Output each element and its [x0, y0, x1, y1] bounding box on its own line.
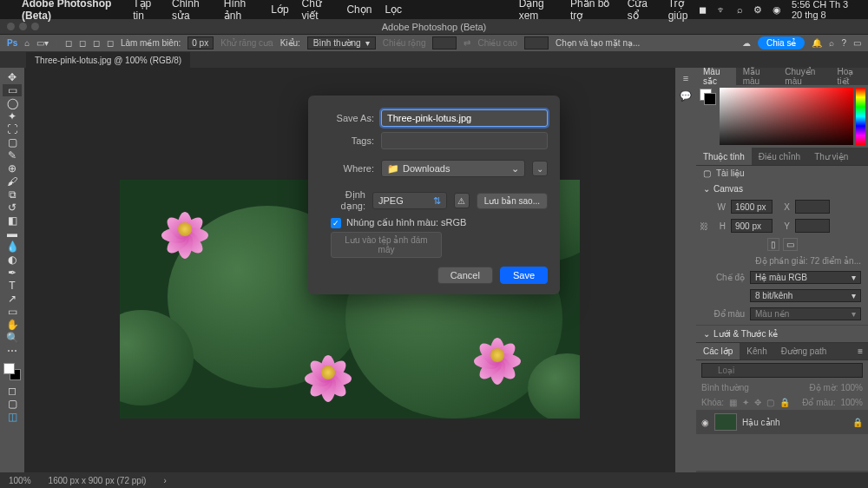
hand-tool[interactable]: ✋ — [3, 319, 22, 331]
frame-tool[interactable]: ▢ — [3, 136, 22, 148]
clock[interactable]: 5:56 CH Th 3 20 thg 8 — [792, 0, 859, 20]
height-input[interactable] — [731, 219, 773, 233]
pen-tool[interactable]: ✒ — [3, 267, 22, 279]
format-select[interactable]: JPEG⇅ — [372, 192, 447, 209]
landscape-icon[interactable]: ▭ — [783, 238, 798, 251]
chevron-down-icon[interactable]: ⌄ — [703, 184, 710, 194]
opacity-val[interactable]: 100% — [840, 383, 863, 392]
lock-pos-icon[interactable]: ✦ — [742, 398, 749, 407]
menu-file[interactable]: Tập tin — [133, 0, 159, 22]
extra-tool[interactable]: ◫ — [3, 411, 22, 423]
screenmode-tool[interactable]: ▢ — [3, 398, 22, 410]
tab-patterns[interactable]: Hoạ tiết — [831, 68, 868, 85]
link-icon[interactable]: ⛓ — [700, 221, 708, 231]
status-chevron-icon[interactable]: › — [163, 476, 166, 485]
gradient-tool[interactable]: ▬ — [3, 228, 22, 240]
save-copy-button[interactable]: Lưu bản sao... — [477, 193, 548, 209]
marquee-tool[interactable]: ▭ — [3, 84, 22, 96]
ps-logo-icon[interactable]: Ps — [7, 38, 17, 48]
stamp-tool[interactable]: ⧉ — [3, 188, 22, 201]
swap-icon[interactable]: ⇄ — [464, 38, 470, 48]
more-tool[interactable]: ⋯ — [3, 345, 22, 357]
panel-menu-icon[interactable]: ≡ — [852, 346, 868, 356]
menu-layer[interactable]: Lớp — [271, 3, 288, 16]
tags-input[interactable] — [381, 132, 548, 149]
traffic-min[interactable] — [19, 23, 27, 30]
history-icon[interactable]: ≡ — [683, 73, 688, 83]
menu-help[interactable]: Trợ giúp — [668, 0, 699, 22]
menu-image[interactable]: Hình ảnh — [224, 0, 258, 22]
tab-adjustments[interactable]: Điều chỉnh — [752, 148, 807, 165]
filename-input[interactable] — [381, 109, 548, 127]
document-tab[interactable]: Three-pink-lotus.jpg @ 100% (RGB/8) — [26, 52, 190, 68]
dodge-tool[interactable]: ◐ — [3, 254, 22, 266]
path-tool[interactable]: ↗ — [3, 293, 22, 305]
cancel-button[interactable]: Cancel — [437, 267, 493, 284]
heal-tool[interactable]: ⊕ — [3, 162, 22, 175]
color-field[interactable] — [720, 88, 853, 145]
home-icon[interactable]: ⌂ — [24, 38, 30, 48]
layer-thumbnail[interactable] — [714, 413, 737, 431]
history-brush-tool[interactable]: ↺ — [3, 201, 22, 214]
comment-icon[interactable]: 💬 — [680, 90, 692, 102]
portrait-icon[interactable]: ▯ — [767, 238, 779, 251]
zoom-tool[interactable]: 🔍 — [3, 332, 22, 344]
color-swatch[interactable] — [3, 363, 21, 380]
bell-icon[interactable]: 🔔 — [812, 38, 822, 48]
menu-edit[interactable]: Chỉnh sửa — [172, 0, 211, 22]
cloud-icon[interactable]: ☁ — [742, 38, 751, 48]
menu-window[interactable]: Cửa sổ — [628, 0, 655, 22]
lock-icon[interactable]: 🔒 — [852, 418, 863, 427]
save-cloud-button[interactable]: Lưu vào tệp ảnh đám mây — [331, 232, 442, 258]
sel-mode-new-icon[interactable]: ◻ — [65, 38, 72, 48]
tab-layers[interactable]: Các lớp — [696, 343, 740, 360]
blur-tool[interactable]: 💧 — [3, 241, 22, 253]
color-swatch-mini[interactable] — [700, 89, 713, 102]
expand-dialog-button[interactable]: ⌄ — [532, 161, 548, 176]
tab-paths[interactable]: Đường path — [774, 343, 834, 360]
menu-type[interactable]: Chữ viết — [302, 0, 334, 22]
sel-mode-sub-icon[interactable]: ◻ — [93, 38, 100, 48]
traffic-close[interactable] — [7, 23, 15, 30]
width-input[interactable] — [731, 200, 773, 214]
tab-color[interactable]: Màu sắc — [696, 68, 736, 85]
lasso-tool[interactable]: ◯ — [3, 97, 22, 109]
visibility-icon[interactable]: ◉ — [701, 418, 709, 427]
hue-slider[interactable] — [856, 88, 865, 145]
siri-icon[interactable]: ◉ — [773, 4, 781, 16]
tab-gradients[interactable]: Chuyển màu — [778, 68, 830, 85]
lock-pixels-icon[interactable]: ▦ — [729, 398, 737, 407]
zoom-level[interactable]: 100% — [9, 476, 31, 485]
brush-tool[interactable]: 🖌 — [3, 175, 22, 188]
tab-libraries[interactable]: Thư viện — [807, 148, 855, 165]
depth-select[interactable]: 8 bit/kênh▾ — [750, 289, 861, 302]
fill-op-val[interactable]: 100% — [840, 398, 863, 407]
battery-icon[interactable]: ◼ — [699, 4, 707, 16]
embed-profile-checkbox[interactable]: ✓ — [331, 218, 341, 228]
tab-swatches[interactable]: Mẫu màu — [736, 68, 779, 85]
menu-filter[interactable]: Lọc — [385, 3, 402, 16]
control-center-icon[interactable]: ⚙ — [753, 4, 762, 16]
save-button[interactable]: Save — [500, 267, 548, 284]
eyedropper-tool[interactable]: ✎ — [3, 149, 22, 162]
menu-select[interactable]: Chọn — [346, 3, 372, 16]
app-name[interactable]: Adobe Photoshop (Beta) — [22, 0, 120, 22]
feather-input[interactable] — [187, 36, 214, 49]
eraser-tool[interactable]: ◧ — [3, 214, 22, 227]
workspace-icon[interactable]: ▭ — [853, 38, 861, 48]
type-tool[interactable]: T — [3, 280, 22, 292]
traffic-max[interactable] — [31, 23, 39, 30]
mask-button[interactable]: Chọn và tạo mặt nạ... — [556, 38, 640, 48]
mode-select[interactable]: Hệ màu RGB▾ — [750, 271, 861, 284]
layer-row[interactable]: ◉ Hậu cảnh 🔒 — [696, 410, 868, 434]
warning-icon[interactable]: ⚠ — [454, 193, 470, 208]
tab-properties[interactable]: Thuộc tính — [696, 148, 752, 165]
style-select[interactable]: Bình thường ▾ — [307, 36, 376, 49]
layer-name[interactable]: Hậu cảnh — [742, 418, 780, 427]
lock-artboard-icon[interactable]: ▢ — [766, 398, 774, 407]
menu-plugins[interactable]: Phần bổ trợ — [570, 0, 615, 22]
sel-mode-add-icon[interactable]: ◻ — [79, 38, 86, 48]
tab-channels[interactable]: Kênh — [740, 343, 773, 360]
menu-view[interactable]: Dạng xem — [519, 0, 557, 22]
fill-select[interactable]: Màu nền▾ — [750, 307, 861, 320]
